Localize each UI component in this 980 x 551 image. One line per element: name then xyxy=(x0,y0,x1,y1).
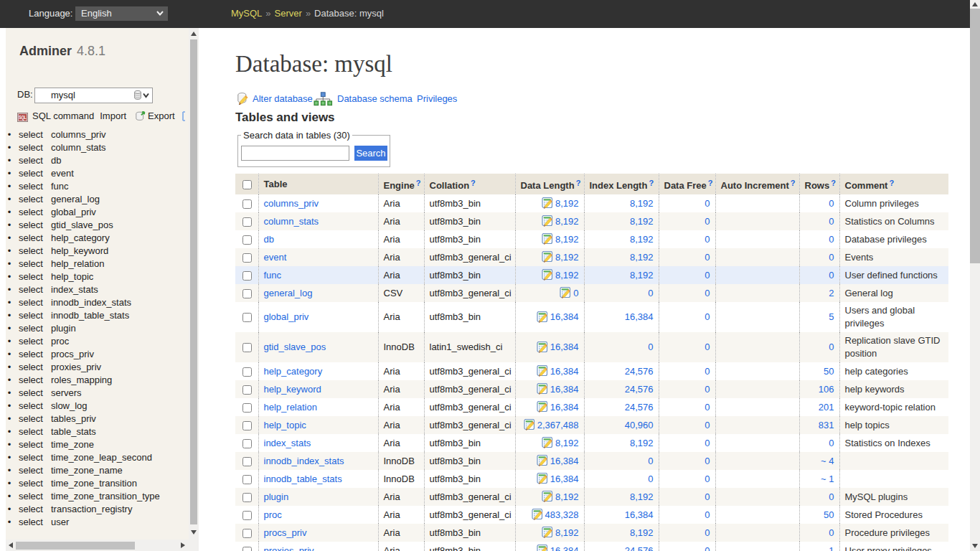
svg-text:SQL: SQL xyxy=(19,115,27,121)
